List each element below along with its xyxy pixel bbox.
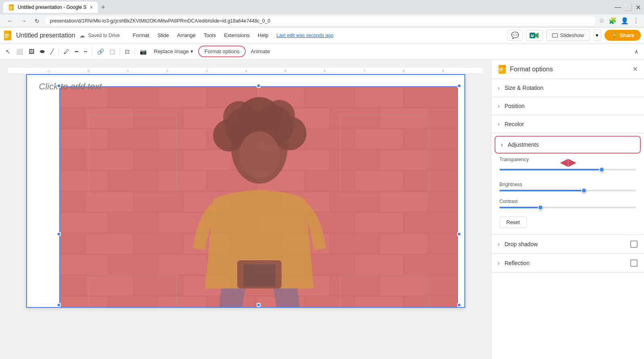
ruler-mark: 8	[403, 69, 405, 73]
img-section-tl	[88, 115, 177, 196]
sep1	[58, 48, 59, 56]
profile-icon[interactable]: 👤	[621, 17, 629, 25]
handle-top-center[interactable]	[257, 84, 261, 88]
line-weight-btn[interactable]: ━	[72, 47, 81, 56]
ruler-mark: 7	[363, 69, 365, 73]
svg-rect-1	[10, 6, 12, 7]
transparency-track	[499, 169, 636, 170]
panel-title: Format options	[510, 66, 633, 73]
bookmark-icon[interactable]: ☆	[599, 17, 605, 25]
drop-shadow-label: Drop shadow	[505, 241, 538, 247]
close-window-btn[interactable]: ✕	[636, 4, 641, 11]
animate-label: Animate	[251, 48, 270, 54]
address-input[interactable]	[45, 17, 596, 25]
handle-mid-left[interactable]	[57, 232, 61, 236]
alt-text-btn[interactable]: ⬚	[107, 47, 117, 56]
menu-extensions[interactable]: Extensions	[221, 31, 253, 40]
handle-mid-right[interactable]	[457, 232, 461, 236]
new-tab-btn[interactable]: +	[101, 3, 106, 12]
transparency-label: Transparency	[499, 157, 636, 162]
img-section-br	[340, 275, 429, 308]
menu-slide[interactable]: Slide	[154, 31, 172, 40]
meet-btn[interactable]: M	[526, 30, 543, 41]
format-panel-icon	[498, 65, 507, 74]
refresh-btn[interactable]: ↻	[32, 16, 42, 26]
section-reflection-header[interactable]: › Reflection	[491, 254, 644, 272]
reflection-checkbox[interactable]	[630, 259, 638, 267]
settings-icon[interactable]: ⋮	[633, 17, 639, 25]
animate-btn[interactable]: Animate	[246, 47, 274, 56]
minimize-btn[interactable]: —	[615, 4, 621, 11]
slide-canvas[interactable]: Click to add text	[26, 74, 465, 308]
share-label: Share	[620, 32, 634, 38]
textbox-btn[interactable]: ⬜	[14, 47, 25, 56]
edit-info: Last edit was seconds ago	[277, 33, 333, 38]
handle-bot-center[interactable]	[257, 303, 261, 307]
reset-btn[interactable]: Reset	[499, 216, 527, 228]
select-tool-btn[interactable]: ↖	[3, 47, 13, 56]
position-label: Position	[505, 103, 525, 109]
menu-format[interactable]: Format	[129, 31, 152, 40]
brightness-thumb[interactable]	[581, 188, 587, 193]
line-btn[interactable]: ╱	[48, 47, 56, 56]
ruler-mark: 6	[324, 69, 326, 73]
ruler-mark: 4	[245, 69, 247, 73]
handle-top-left[interactable]	[57, 84, 61, 88]
section-position-header[interactable]: › Position	[491, 97, 644, 115]
line-dash-btn[interactable]: ┅	[81, 47, 89, 56]
slideshow-btn[interactable]: Slideshow	[546, 29, 590, 41]
drop-shadow-checkbox[interactable]	[630, 241, 638, 248]
main-layout: -1 0 1 2 3 4 5 6 7 8 9 Click to add text	[0, 60, 644, 359]
contrast-thumb[interactable]	[538, 205, 543, 210]
svg-rect-6	[5, 35, 9, 36]
brightness-track	[499, 190, 636, 191]
link-btn[interactable]: 🔗	[95, 47, 106, 56]
drop-shadow-left: › Drop shadow	[498, 241, 538, 247]
section-size-rotation-header[interactable]: › Size & Rotation	[491, 79, 644, 97]
svg-rect-138	[499, 71, 502, 71]
format-options-label: Format options	[205, 48, 240, 54]
menu-tools[interactable]: Tools	[201, 31, 219, 40]
slide-placeholder-text[interactable]: Click to add text	[39, 81, 102, 92]
handle-top-right[interactable]	[457, 84, 461, 88]
slide-image[interactable]	[59, 86, 458, 308]
back-btn[interactable]: ←	[5, 16, 15, 26]
presentation-icon	[552, 33, 558, 37]
transparency-row: Transparency ◀ ▶	[499, 157, 636, 174]
brightness-fill	[499, 190, 584, 191]
menu-arrange[interactable]: Arrange	[174, 31, 199, 40]
adjustments-label: Adjustments	[508, 141, 539, 148]
sep2	[92, 48, 92, 56]
handle-bot-left[interactable]	[57, 303, 61, 307]
paint-btn[interactable]: 🖊	[61, 47, 72, 56]
comment-btn[interactable]: 💬	[507, 30, 523, 41]
window-controls: — ⬜ ✕	[615, 4, 641, 11]
section-recolor-header[interactable]: › Recolor	[491, 115, 644, 133]
format-options-toolbar-btn[interactable]: Format options	[198, 46, 246, 57]
tab-close-btn[interactable]: ×	[90, 4, 93, 10]
menu-help[interactable]: Help	[255, 31, 272, 40]
reflection-left: › Reflection	[498, 260, 530, 266]
crop-btn[interactable]: ⊡	[122, 47, 132, 56]
image-btn[interactable]: 🖼	[26, 47, 37, 56]
maximize-btn[interactable]: ⬜	[624, 4, 632, 11]
forward-btn[interactable]: →	[19, 16, 29, 26]
contrast-label: Contrast	[499, 199, 636, 204]
chevron-right-icon: ›	[498, 85, 500, 91]
extensions-icon[interactable]: 🧩	[609, 17, 617, 25]
replace-image-btn[interactable]: Replace image ▾	[150, 47, 197, 56]
toolbar-collapse-btn[interactable]: ∧	[632, 47, 641, 56]
slideshow-dropdown-btn[interactable]: ▾	[593, 29, 601, 41]
handle-bot-right[interactable]	[457, 303, 461, 307]
shapes-btn[interactable]: ⬬	[37, 46, 47, 56]
app-title[interactable]: Untitled presentation	[16, 32, 75, 39]
share-btn[interactable]: 🔒 Share	[605, 30, 641, 41]
section-adjustments-header[interactable]: ‹ Adjustments	[495, 136, 641, 154]
transparency-thumb[interactable]	[599, 167, 605, 172]
section-drop-shadow-header[interactable]: › Drop shadow	[491, 235, 644, 253]
ruler-mark: -1	[47, 69, 50, 73]
panel-close-btn[interactable]: ×	[633, 64, 638, 74]
browser-tab[interactable]: Untitled presentation - Google S ×	[3, 2, 98, 13]
slideshow-label: Slideshow	[560, 32, 584, 38]
image-replace-icon[interactable]: 📷	[137, 47, 149, 56]
